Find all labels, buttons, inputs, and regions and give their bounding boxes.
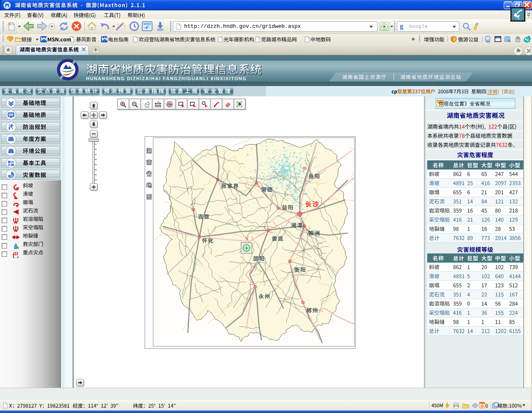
svg-text:?: ?	[157, 101, 160, 105]
